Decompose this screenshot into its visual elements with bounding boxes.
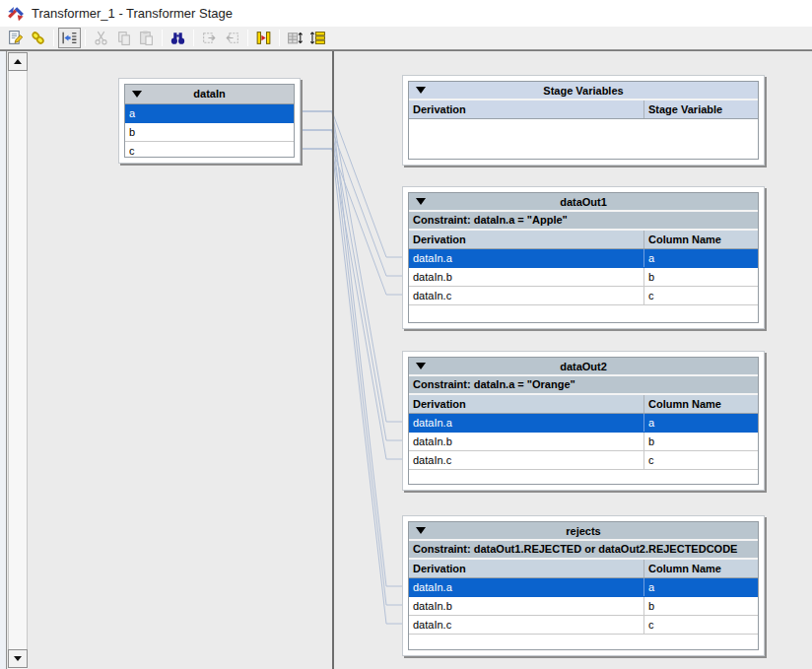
link-constraints-icon bbox=[30, 30, 46, 46]
output-link-title: dataOut1 bbox=[560, 196, 607, 208]
derivation-cell: dataIn.b bbox=[409, 597, 644, 615]
collapse-button[interactable] bbox=[416, 193, 430, 210]
canvas-left-edge bbox=[0, 51, 7, 669]
output-link-table-header: dataOut2 bbox=[409, 358, 758, 376]
toolbar-separator bbox=[85, 30, 86, 46]
output-link-panel-dataout1: dataOut1 Constraint: dataIn.a = "Apple" … bbox=[402, 186, 765, 329]
table-row[interactable]: dataIn.c c bbox=[409, 287, 758, 305]
stage-properties-button[interactable] bbox=[4, 28, 27, 48]
output-link-table: dataOut1 Constraint: dataIn.a = "Apple" … bbox=[408, 192, 759, 323]
column-auto-match-icon bbox=[287, 30, 304, 46]
stage-variables-header: Stage Variables bbox=[409, 82, 758, 100]
output-link-table-header: rejects bbox=[409, 522, 758, 541]
show-all-icon bbox=[61, 30, 78, 46]
output-link-title: dataOut2 bbox=[560, 361, 607, 372]
stage-variables-panel: Stage Variables Derivation Stage Variabl… bbox=[402, 75, 765, 166]
transformer-canvas: dataIn a b c Stage Variables bbox=[0, 50, 812, 669]
table-row[interactable]: a bbox=[125, 104, 294, 123]
column-name-column-header: Column Name bbox=[644, 395, 758, 413]
stage-variable-column-header: Stage Variable bbox=[644, 100, 758, 118]
cut-button bbox=[90, 28, 112, 48]
derivation-cell: dataIn.c bbox=[409, 287, 644, 304]
constraint-bar[interactable]: Constraint: dataOut1.REJECTED or dataOut… bbox=[409, 541, 758, 560]
column-cell: a bbox=[125, 104, 294, 122]
derivation-cell: dataIn.a bbox=[409, 249, 644, 267]
column-cell: c bbox=[125, 142, 294, 158]
input-link-execution-order-icon bbox=[255, 30, 272, 46]
chevron-down-icon bbox=[416, 363, 426, 369]
column-name-cell: a bbox=[644, 249, 758, 267]
column-name-column-header: Column Name bbox=[644, 560, 758, 577]
output-link-table: dataOut2 Constraint: dataIn.a = "Orange"… bbox=[408, 357, 759, 485]
show-all-button[interactable] bbox=[58, 28, 81, 48]
column-name-cell: b bbox=[644, 433, 758, 450]
input-link-execution-order-button[interactable] bbox=[252, 28, 275, 48]
derivation-cell: dataIn.b bbox=[409, 268, 644, 286]
input-link-table: dataIn a b c bbox=[124, 84, 295, 158]
toolbar-separator bbox=[193, 30, 194, 46]
paste-icon bbox=[138, 30, 155, 46]
table-row[interactable]: dataIn.a a bbox=[409, 414, 758, 433]
link-constraints-button[interactable] bbox=[27, 28, 49, 48]
toolbar-separator bbox=[279, 30, 280, 46]
stage-variables-title: Stage Variables bbox=[543, 85, 623, 97]
toolbar-separator bbox=[53, 30, 54, 46]
derivation-column-header: Derivation bbox=[409, 231, 644, 248]
derivation-cell: dataIn.a bbox=[409, 414, 644, 432]
transformer-stage-window: Transformer_1 - Transformer Stage bbox=[0, 0, 812, 669]
scrollbar-track[interactable] bbox=[8, 71, 28, 649]
toolbar-separator bbox=[247, 30, 248, 46]
input-link-title: dataIn bbox=[193, 88, 225, 100]
collapse-button[interactable] bbox=[416, 522, 430, 539]
table-row[interactable]: c bbox=[125, 142, 294, 158]
column-name-column-header: Column Name bbox=[644, 231, 758, 248]
show-stage-variables-button[interactable] bbox=[306, 28, 329, 48]
copy-icon bbox=[115, 30, 132, 46]
save-column-definition-icon bbox=[224, 30, 240, 46]
column-headers: Derivation Stage Variable bbox=[409, 100, 758, 119]
constraint-bar[interactable]: Constraint: dataIn.a = "Apple" bbox=[409, 212, 758, 231]
titlebar[interactable]: Transformer_1 - Transformer Stage bbox=[0, 0, 812, 27]
scroll-down-button[interactable] bbox=[8, 649, 28, 668]
column-headers: Derivation Column Name bbox=[409, 560, 758, 578]
derivation-column-header: Derivation bbox=[409, 100, 644, 118]
load-column-definition-button bbox=[198, 28, 221, 48]
derivation-cell: dataIn.c bbox=[409, 616, 644, 634]
cut-icon bbox=[93, 30, 109, 46]
arrow-up-icon bbox=[14, 59, 22, 64]
collapse-button[interactable] bbox=[416, 358, 430, 374]
table-row[interactable]: dataIn.b b bbox=[409, 268, 758, 287]
collapse-button[interactable] bbox=[416, 82, 430, 99]
input-link-panel: dataIn a b c bbox=[118, 78, 301, 164]
column-name-cell: c bbox=[644, 451, 758, 469]
output-link-panel-dataout2: dataOut2 Constraint: dataIn.a = "Orange"… bbox=[402, 351, 765, 491]
column-name-cell: b bbox=[644, 268, 758, 286]
transformer-stage-icon bbox=[7, 5, 25, 23]
table-row[interactable]: dataIn.b b bbox=[409, 433, 758, 451]
find-replace-button[interactable] bbox=[167, 28, 189, 48]
derivation-column-header: Derivation bbox=[409, 395, 644, 413]
chevron-down-icon bbox=[416, 87, 426, 94]
table-row[interactable]: dataIn.c c bbox=[409, 616, 758, 635]
arrow-down-icon bbox=[14, 656, 22, 661]
scroll-up-button[interactable] bbox=[8, 52, 28, 71]
output-link-table: rejects Constraint: dataOut1.REJECTED or… bbox=[408, 521, 759, 650]
toolbar bbox=[0, 27, 812, 50]
stage-properties-icon bbox=[7, 30, 24, 46]
column-name-cell: b bbox=[644, 597, 758, 615]
derivation-cell: dataIn.b bbox=[409, 433, 644, 450]
canvas-vertical-scrollbar[interactable] bbox=[8, 52, 28, 669]
column-cell: b bbox=[125, 123, 294, 141]
table-row[interactable]: dataIn.a a bbox=[409, 578, 758, 597]
input-link-table-header: dataIn bbox=[125, 85, 294, 104]
collapse-button[interactable] bbox=[132, 85, 146, 103]
table-row[interactable]: dataIn.a a bbox=[409, 249, 758, 268]
constraint-bar[interactable]: Constraint: dataIn.a = "Orange" bbox=[409, 376, 758, 395]
chevron-down-icon bbox=[416, 527, 426, 534]
stage-variables-table: Stage Variables Derivation Stage Variabl… bbox=[408, 81, 759, 160]
table-row[interactable]: dataIn.c c bbox=[409, 451, 758, 470]
table-row[interactable]: dataIn.b b bbox=[409, 597, 758, 616]
column-auto-match-button[interactable] bbox=[284, 28, 306, 48]
table-row[interactable]: b bbox=[125, 123, 294, 142]
column-headers: Derivation Column Name bbox=[409, 395, 758, 414]
